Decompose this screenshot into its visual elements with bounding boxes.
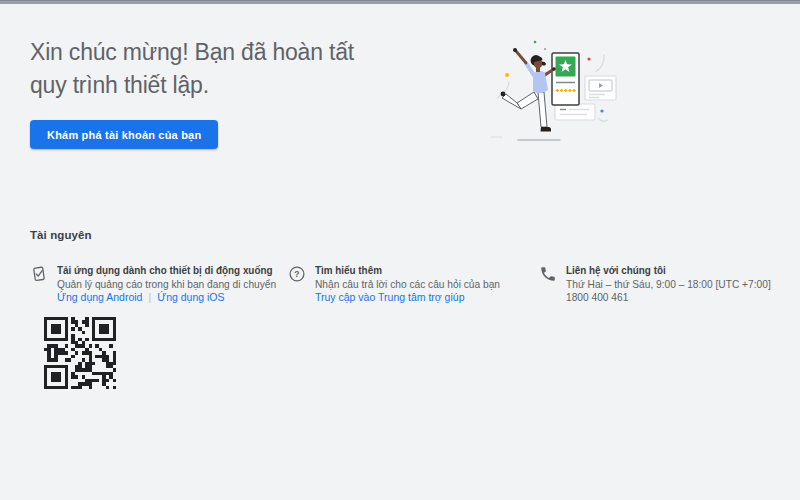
page-title-line1: Xin chúc mừng! Bạn đã hoàn tất <box>30 39 354 65</box>
qr-code <box>44 317 116 389</box>
ios-app-link[interactable]: Ứng dụng iOS <box>157 291 224 303</box>
explore-account-button[interactable]: Khám phá tài khoản của bạn <box>30 120 218 149</box>
review-card-graphic <box>552 53 579 105</box>
mobile-app-links: Ứng dụng Android|Ứng dụng iOS <box>57 291 317 305</box>
learn-more-title: Tìm hiểu thêm <box>315 264 559 278</box>
svg-text:?: ? <box>294 269 299 279</box>
video-card-graphic <box>585 76 616 100</box>
confetti-dot-yellow <box>505 73 509 77</box>
confetti-arc-bottom-right <box>598 118 608 121</box>
contact-phone-number: 1800 400 461 <box>566 291 800 305</box>
jumping-person-graphic <box>491 48 560 140</box>
confetti-dot-red <box>587 57 590 60</box>
resources-heading: Tài nguyên <box>30 229 92 241</box>
android-app-link[interactable]: Ứng dụng Android <box>57 291 142 303</box>
link-separator: | <box>148 291 151 303</box>
confetti-arc-top-right <box>595 54 604 72</box>
setup-complete-page: Xin chúc mừng! Bạn đã hoàn tất quy trình… <box>0 0 800 500</box>
contact-hours: Thứ Hai – thứ Sáu, 9:00 – 18:00 [UTC +7:… <box>566 278 800 292</box>
confetti-dot-blue <box>600 109 603 112</box>
confetti-dot-green <box>534 41 537 44</box>
contact-title: Liên hệ với chúng tôi <box>566 264 800 278</box>
mobile-app-title: Tải ứng dụng dành cho thiết bị di động x… <box>57 264 301 278</box>
help-circle-icon: ? <box>288 265 306 283</box>
learn-more-links: Truy cập vào Trung tâm trợ giúp <box>315 291 575 305</box>
phone-icon <box>539 265 557 283</box>
mobile-app-description: Quản lý quảng cáo trong khi bạn đang di … <box>57 278 309 292</box>
learn-more-description: Nhận câu trả lời cho các câu hỏi của bạn <box>315 278 567 292</box>
top-border-bar <box>0 0 800 4</box>
page-title: Xin chúc mừng! Bạn đã hoàn tất quy trình… <box>30 36 354 102</box>
mobile-check-icon <box>30 265 48 283</box>
celebration-illustration <box>490 30 655 148</box>
page-title-line2: quy trình thiết lập. <box>30 72 209 98</box>
confetti-dot-gray <box>544 48 546 50</box>
help-center-link[interactable]: Truy cập vào Trung tâm trợ giúp <box>315 291 464 303</box>
text-card-graphic <box>555 104 595 120</box>
